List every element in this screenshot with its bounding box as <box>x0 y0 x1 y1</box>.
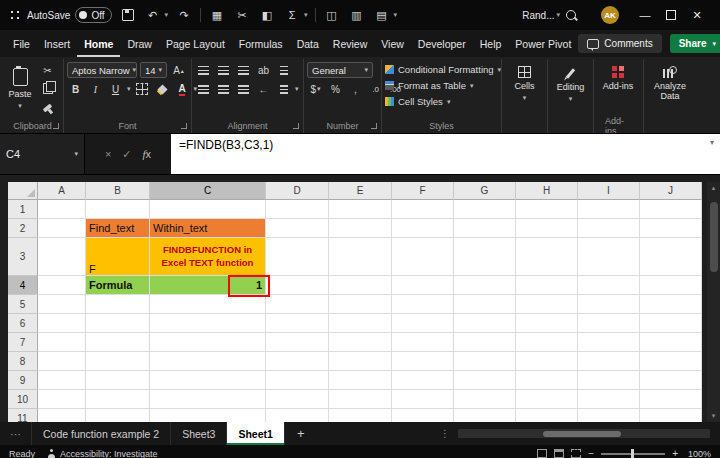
cell-j1[interactable] <box>640 200 702 219</box>
clipboard-dialog-launcher-icon[interactable] <box>53 123 59 129</box>
select-all-corner[interactable] <box>8 182 38 200</box>
zoom-slider-thumb[interactable] <box>631 449 634 458</box>
table-icon[interactable]: ▦ <box>208 6 226 24</box>
cell-c5[interactable] <box>150 295 266 314</box>
vertical-scroll-thumb[interactable] <box>710 202 718 272</box>
editing-button[interactable]: Editing ▾ <box>551 62 590 103</box>
cell-c7[interactable] <box>150 333 266 352</box>
undo-dropdown-icon[interactable]: ▾ <box>165 11 169 19</box>
column-header-e[interactable]: E <box>329 182 392 200</box>
menu-tab-home[interactable]: Home <box>77 30 120 57</box>
menu-tab-page-layout[interactable]: Page Layout <box>159 30 232 57</box>
cell-h4[interactable] <box>516 276 578 295</box>
cell-d2[interactable] <box>266 219 329 238</box>
cell-j6[interactable] <box>640 314 702 333</box>
name-box-dropdown-icon[interactable]: ▾ <box>74 150 78 158</box>
cell-h1[interactable] <box>516 200 578 219</box>
cell-a3[interactable] <box>38 238 86 276</box>
cell-b7[interactable] <box>86 333 150 352</box>
cell-b6[interactable] <box>86 314 150 333</box>
cell-i10[interactable] <box>578 390 640 409</box>
column-header-i[interactable]: I <box>578 182 640 200</box>
cell-b2[interactable]: Find_text <box>86 219 150 238</box>
search-icon[interactable] <box>566 10 576 20</box>
cell-f7[interactable] <box>392 333 454 352</box>
zoom-out-icon[interactable]: − <box>588 448 594 458</box>
cell-f5[interactable] <box>392 295 454 314</box>
format-painter-button[interactable] <box>39 98 56 114</box>
horizontal-scroll-thumb[interactable] <box>543 431 621 437</box>
row-header-11[interactable]: 11 <box>8 409 38 422</box>
cell-j9[interactable] <box>640 371 702 390</box>
cell-d11[interactable] <box>266 409 329 422</box>
row-header-5[interactable]: 5 <box>8 295 38 314</box>
cell-b3[interactable]: F <box>86 238 150 276</box>
cell-g4[interactable] <box>454 276 516 295</box>
decrease-indent-button[interactable]: ← <box>255 81 272 97</box>
menu-tab-insert[interactable]: Insert <box>37 30 77 57</box>
cell-b1[interactable] <box>86 200 150 219</box>
menu-tab-power-pivot[interactable]: Power Pivot <box>508 30 578 57</box>
cell-e5[interactable] <box>329 295 392 314</box>
cell-a5[interactable] <box>38 295 86 314</box>
cell-g11[interactable] <box>454 409 516 422</box>
maximize-button[interactable] <box>658 2 684 28</box>
cell-j11[interactable] <box>640 409 702 422</box>
cell-i1[interactable] <box>578 200 640 219</box>
font-name-select[interactable]: Aptos Narrow▾ <box>67 62 137 78</box>
cell-j3[interactable] <box>640 238 702 276</box>
borders-button[interactable] <box>134 81 151 97</box>
cell-g10[interactable] <box>454 390 516 409</box>
row-header-6[interactable]: 6 <box>8 314 38 333</box>
row-header-9[interactable]: 9 <box>8 371 38 390</box>
cell-h9[interactable] <box>516 371 578 390</box>
freeze-panes-icon[interactable]: ▥ <box>348 6 366 24</box>
vertical-scrollbar[interactable]: ▴ ▾ <box>707 182 720 422</box>
merge-dropdown-icon[interactable]: ▾ <box>295 85 299 93</box>
cell-g9[interactable] <box>454 371 516 390</box>
cell-g5[interactable] <box>454 295 516 314</box>
cell-i7[interactable] <box>578 333 640 352</box>
confirm-entry-icon[interactable]: ✓ <box>122 148 131 161</box>
cell-j5[interactable] <box>640 295 702 314</box>
cut-button[interactable]: ✂ <box>39 62 56 78</box>
row-header-2[interactable]: 2 <box>8 219 38 238</box>
cell-b10[interactable] <box>86 390 150 409</box>
share-button[interactable]: Share ▾ <box>670 34 720 53</box>
align-right-button[interactable] <box>235 81 252 97</box>
copy-button[interactable] <box>39 80 56 96</box>
font-dialog-launcher-icon[interactable] <box>181 123 187 129</box>
cell-d4[interactable] <box>266 276 329 295</box>
cell-b9[interactable] <box>86 371 150 390</box>
alignment-dialog-launcher-icon[interactable] <box>293 123 299 129</box>
font-size-select[interactable]: 14▾ <box>140 62 167 78</box>
cell-a6[interactable] <box>38 314 86 333</box>
cell-e4[interactable] <box>329 276 392 295</box>
column-header-a[interactable]: A <box>38 182 86 200</box>
insert-function-icon[interactable]: fx <box>143 148 152 160</box>
cell-f3[interactable] <box>392 238 454 276</box>
cell-j10[interactable] <box>640 390 702 409</box>
normal-view-icon[interactable] <box>537 449 547 458</box>
column-header-f[interactable]: F <box>392 182 454 200</box>
sheet-tab-sheet3[interactable]: Sheet3 <box>171 422 227 445</box>
cell-e9[interactable] <box>329 371 392 390</box>
cell-i4[interactable] <box>578 276 640 295</box>
scroll-down-icon[interactable]: ▾ <box>707 412 720 420</box>
zoom-slider[interactable] <box>601 453 665 455</box>
cell-c2[interactable]: Within_text <box>150 219 266 238</box>
row-header-1[interactable]: 1 <box>8 200 38 219</box>
cell-i2[interactable] <box>578 219 640 238</box>
cut-icon[interactable]: ✂ <box>233 6 251 24</box>
cell-j2[interactable] <box>640 219 702 238</box>
close-button[interactable]: ✕ <box>684 2 710 28</box>
cell-f4[interactable] <box>392 276 454 295</box>
window-icon[interactable]: ◫ <box>323 6 341 24</box>
editing-dropdown-icon[interactable]: ▾ <box>569 95 573 103</box>
cell-f10[interactable] <box>392 390 454 409</box>
name-box[interactable]: C4 ▾ <box>0 134 85 174</box>
cell-a2[interactable] <box>38 219 86 238</box>
cell-h11[interactable] <box>516 409 578 422</box>
cell-d7[interactable] <box>266 333 329 352</box>
autosum-icon[interactable]: Σ <box>283 6 301 24</box>
